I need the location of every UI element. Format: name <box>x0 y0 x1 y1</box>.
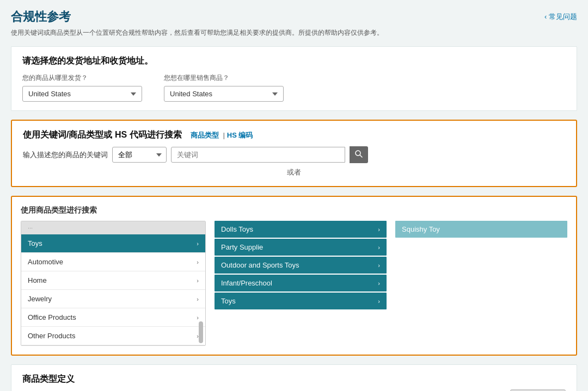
browse-section: 使用商品类型进行搜索 ··· Toys › Automotive › <box>11 196 577 356</box>
browse-left-list: ··· Toys › Automotive › Home › Jewelry <box>21 221 206 346</box>
search-row: 输入描述您的商品的关键词 全部 <box>23 146 565 163</box>
browse-item-other-products[interactable]: Other Products › <box>21 327 205 345</box>
browse-item-jewelry[interactable]: Jewelry › <box>21 290 205 308</box>
right-list: Squishy Toy <box>395 221 567 238</box>
from-address-field: 您的商品从哪里发货？ United States <box>22 73 142 102</box>
definition-section: 商品类型定义 Squishy Toy A squishy or squishy … <box>11 364 577 391</box>
browse-heading: 使用商品类型进行搜索 <box>21 206 567 215</box>
search-label: 输入描述您的商品的关键词 <box>23 150 108 160</box>
mid-item-outdoor-sports[interactable]: Outdoor and Sports Toys › <box>215 257 387 274</box>
definition-heading: 商品类型定义 <box>22 374 566 385</box>
mid-item-dolls-toys[interactable]: Dolls Toys › <box>215 221 387 238</box>
browse-item-office-products[interactable]: Office Products › <box>21 308 205 327</box>
browse-item-toys[interactable]: Toys › <box>21 234 205 253</box>
right-item-squishy-toy[interactable]: Squishy Toy <box>395 221 567 238</box>
tab-product-type[interactable]: 商品类型 <box>191 131 219 140</box>
page-subtitle: 使用关键词或商品类型从一个位置研究合规性帮助内容，然后查看可帮助您满足相关要求的… <box>11 28 577 38</box>
mid-item-infant-preschool[interactable]: Infant/Preschool › <box>215 275 387 291</box>
from-country-select[interactable]: United States <box>22 86 142 102</box>
browse-item-automotive[interactable]: Automotive › <box>21 253 205 271</box>
mid-list: Dolls Toys › Party Supplie › Outdoor and… <box>215 221 387 309</box>
page-title: 合规性参考 <box>11 9 71 25</box>
or-divider: 或者 <box>23 167 565 177</box>
from-label: 您的商品从哪里发货？ <box>22 73 142 83</box>
browse-right-col: Squishy Toy <box>387 221 567 346</box>
to-country-select[interactable]: United States <box>164 86 284 102</box>
to-address-field: 您想在哪里销售商品？ United States <box>164 73 284 102</box>
page-header: 合规性参考 常见问题 <box>11 9 577 25</box>
mid-item-party-supplie[interactable]: Party Supplie › <box>215 239 387 256</box>
chevron-icon: › <box>197 240 199 247</box>
search-heading: 使用关键词/商品类型或 HS 代码进行搜索 商品类型 HS 编码 <box>23 129 565 141</box>
chevron-icon: › <box>197 259 199 265</box>
mid-item-toys[interactable]: Toys › <box>215 293 387 309</box>
browse-item-home[interactable]: Home › <box>21 271 205 290</box>
browse-columns: ··· Toys › Automotive › Home › Jewelry <box>21 221 567 346</box>
browse-mid-col: Dolls Toys › Party Supplie › Outdoor and… <box>206 221 387 346</box>
search-section: 使用关键词/商品类型或 HS 代码进行搜索 商品类型 HS 编码 输入描述您的商… <box>11 120 577 187</box>
scroll-up-indicator: ··· <box>21 221 205 234</box>
search-tabs: 商品类型 HS 编码 <box>191 131 253 140</box>
chevron-icon: › <box>197 277 199 284</box>
address-section: 请选择您的发货地址和收货地址。 您的商品从哪里发货？ United States… <box>11 46 577 111</box>
faq-link[interactable]: 常见问题 <box>544 12 577 22</box>
browse-left-col: ··· Toys › Automotive › Home › Jewelry <box>21 221 206 346</box>
chevron-icon: › <box>197 296 199 302</box>
address-dropdowns: 您的商品从哪里发货？ United States 您想在哪里销售商品？ Unit… <box>22 73 566 102</box>
to-label: 您想在哪里销售商品？ <box>164 73 284 83</box>
search-input[interactable] <box>171 147 345 163</box>
scrollbar-thumb <box>199 321 203 343</box>
search-button[interactable] <box>350 146 368 163</box>
chevron-icon: › <box>197 314 199 321</box>
tab-hs-code[interactable]: HS 编码 <box>223 131 253 140</box>
search-icon <box>355 150 363 158</box>
address-heading: 请选择您的发货地址和收货地址。 <box>22 55 566 67</box>
svg-line-1 <box>360 155 362 157</box>
search-category-select[interactable]: 全部 <box>112 147 167 163</box>
